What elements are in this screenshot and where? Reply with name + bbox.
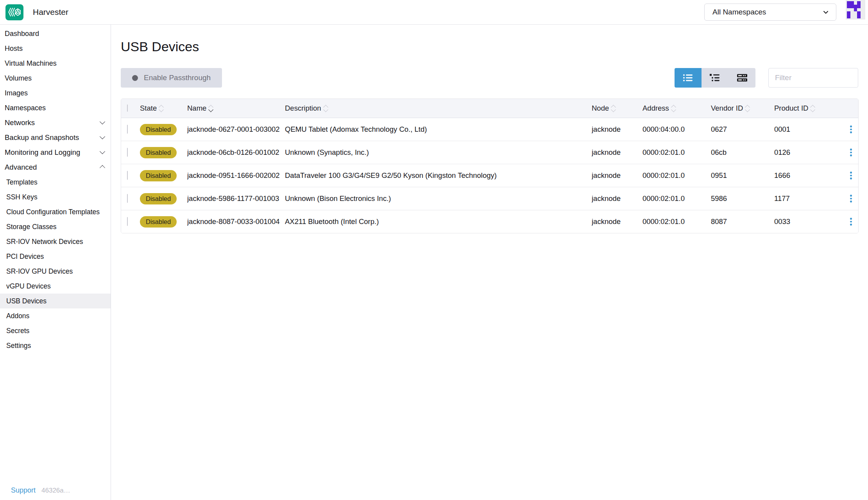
row-actions-menu-icon[interactable] [844,192,858,205]
sidebar-item-advanced[interactable]: Advanced [0,160,111,175]
sidebar-item-label: Volumes [5,74,32,82]
row-actions-menu-icon[interactable] [844,146,858,159]
harvester-logo-icon [5,4,23,20]
device-product-id: 0126 [774,148,844,157]
sidebar-item-namespaces[interactable]: Namespaces [0,100,111,115]
device-vendor-id: 0951 [711,171,774,180]
sidebar-item-cloud-configuration-templates[interactable]: Cloud Configuration Templates [0,204,111,219]
sidebar-item-vgpu-devices[interactable]: vGPU Devices [0,279,111,294]
row-actions-menu-icon[interactable] [844,123,858,136]
sidebar-item-usb-devices[interactable]: USB Devices [0,294,111,308]
device-description: DataTraveler 100 G3/G4/SE9 G2/50 Kyson (… [285,171,592,180]
row-actions-menu-icon[interactable] [844,215,858,228]
sidebar-item-label: SR-IOV Network Devices [6,238,83,246]
device-product-id: 0033 [774,217,844,226]
row-actions-menu-icon[interactable] [844,169,858,182]
sidebar-item-dashboard[interactable]: Dashboard [0,26,111,41]
sidebar-item-label: Advanced [5,163,37,172]
row-checkbox[interactable] [127,125,128,134]
support-link[interactable]: Support [11,486,36,495]
namespace-selector[interactable]: All Namespaces [704,4,836,21]
sidebar-item-monitoring-and-logging[interactable]: Monitoring and Logging [0,145,111,160]
sidebar-item-label: Backup and Snapshots [5,133,79,142]
status-badge: Disabled [140,147,177,158]
device-product-id: 1666 [774,171,844,180]
device-address: 0000:02:01.0 [642,148,711,157]
row-checkbox[interactable] [127,171,128,180]
sidebar-item-label: Images [5,89,28,97]
device-name: jacknode-0627-0001-003002 [187,125,285,134]
taxonomy-view-button[interactable] [728,68,755,88]
taxonomy-icon [737,73,747,82]
sidebar-item-sr-iov-gpu-devices[interactable]: SR-IOV GPU Devices [0,264,111,279]
sidebar-item-addons[interactable]: Addons [0,308,111,323]
sidebar-item-settings[interactable]: Settings [0,338,111,353]
table-row: Disabledjacknode-5986-1177-001003Unknown… [121,187,858,210]
page-title: USB Devices [121,39,199,54]
table-row: Disabledjacknode-0951-1666-002002DataTra… [121,164,858,187]
select-all-checkbox[interactable] [127,104,128,112]
sidebar-item-label: Storage Classes [6,223,56,231]
sidebar-nav: DashboardHostsVirtual MachinesVolumesIma… [0,24,111,500]
sidebar-item-pci-devices[interactable]: PCI Devices [0,249,111,264]
column-header-product-id[interactable]: Product ID [774,104,844,113]
status-badge: Disabled [140,216,177,228]
state-dot-icon [132,75,138,81]
sidebar-item-label: SR-IOV GPU Devices [6,267,73,276]
column-header-node[interactable]: Node [592,104,642,113]
sidebar-item-label: Namespaces [5,104,46,112]
device-name: jacknode-06cb-0126-001002 [187,148,285,157]
row-checkbox[interactable] [127,217,128,226]
enable-passthrough-button[interactable]: Enable Passthrough [121,68,222,88]
namespace-selected-value: All Namespaces [712,8,766,16]
row-checkbox[interactable] [127,194,128,203]
main-content: USB Devices Enable Passthrough [111,24,868,500]
device-address: 0000:02:01.0 [642,171,711,180]
sidebar-item-networks[interactable]: Networks [0,115,111,130]
device-address: 0000:04:00.0 [642,125,711,134]
device-node: jacknode [592,217,642,226]
device-node: jacknode [592,148,642,157]
sidebar-item-backup-and-snapshots[interactable]: Backup and Snapshots [0,130,111,145]
brand-home-link[interactable]: Harvester [5,4,68,20]
sidebar-item-label: Secrets [6,327,29,335]
sidebar-item-templates[interactable]: Templates [0,175,111,190]
column-header-state[interactable]: State [140,104,187,113]
table-row: Disabledjacknode-0627-0001-003002QEMU Ta… [121,118,858,141]
brand-title: Harvester [33,7,68,17]
sidebar-item-label: PCI Devices [6,253,44,261]
filter-input[interactable] [768,68,858,88]
sidebar-item-label: Virtual Machines [5,59,57,68]
device-node: jacknode [592,125,642,134]
sidebar-item-images[interactable]: Images [0,86,111,100]
sidebar-item-ssh-keys[interactable]: SSH Keys [0,190,111,204]
device-name: jacknode-0951-1666-002002 [187,171,285,180]
user-avatar[interactable] [846,0,865,20]
row-checkbox[interactable] [127,148,128,157]
status-badge: Disabled [140,124,177,135]
column-header-name[interactable]: Name [187,104,285,113]
chevron-up-icon [100,165,105,170]
sidebar-item-storage-classes[interactable]: Storage Classes [0,219,111,234]
table-row: Disabledjacknode-06cb-0126-001002Unknown… [121,141,858,164]
list-view-button[interactable] [675,68,702,88]
sidebar-item-label: USB Devices [6,297,47,305]
column-header-address[interactable]: Address [642,104,711,113]
sidebar-item-hosts[interactable]: Hosts [0,41,111,56]
sidebar-item-label: Monitoring and Logging [5,148,80,157]
sidebar-item-sr-iov-network-devices[interactable]: SR-IOV Network Devices [0,234,111,249]
sidebar-item-volumes[interactable]: Volumes [0,71,111,86]
device-node: jacknode [592,194,642,203]
toolbar: Enable Passthrough [121,68,858,88]
column-header-vendor-id[interactable]: Vendor ID [711,104,774,113]
device-node: jacknode [592,171,642,180]
chevron-down-icon [100,134,105,139]
device-vendor-id: 0627 [711,125,774,134]
chevron-down-icon [100,119,105,124]
sidebar-item-secrets[interactable]: Secrets [0,323,111,338]
device-vendor-id: 8087 [711,217,774,226]
column-header-description[interactable]: Description [285,104,592,113]
grouped-list-view-button[interactable] [702,68,728,88]
sidebar-item-virtual-machines[interactable]: Virtual Machines [0,56,111,71]
table-header-row: State Name Description Node Address Vend… [121,99,858,118]
